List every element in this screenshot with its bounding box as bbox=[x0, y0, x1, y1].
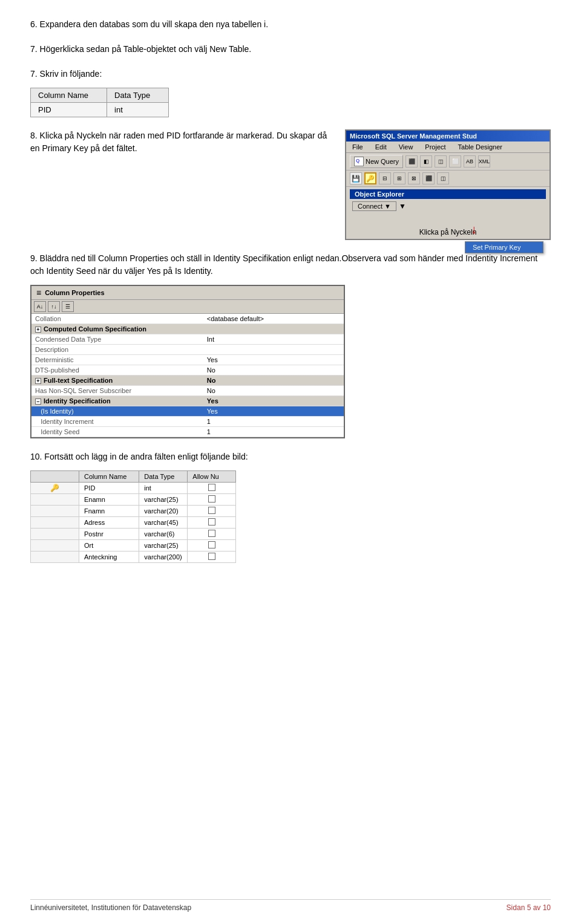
menu-table-designer[interactable]: Table Designer bbox=[456, 143, 505, 151]
is-identity-value: Yes bbox=[203, 406, 344, 417]
fnamn-col-name: Fnamn bbox=[79, 506, 139, 517]
table-row: Has Non-SQL Server Subscriber No bbox=[31, 386, 344, 396]
ort-allow-null bbox=[188, 540, 236, 551]
expand-icon[interactable]: + bbox=[35, 327, 41, 333]
cp-tb-sort-ud[interactable]: ↑↓ bbox=[48, 301, 60, 312]
table-row: Adress varchar(45) bbox=[31, 517, 236, 529]
toolbar-icon-5[interactable]: ⊟ bbox=[379, 172, 391, 184]
pid-type-cell: int bbox=[107, 103, 169, 117]
toolbar-icon-save[interactable]: 💾 bbox=[350, 172, 362, 184]
anteckning-col-name: Anteckning bbox=[79, 551, 139, 563]
ort-col-type: varchar(25) bbox=[139, 540, 188, 551]
menu-view[interactable]: View bbox=[396, 143, 416, 151]
toolbar-icon-7[interactable]: ⊠ bbox=[408, 172, 420, 184]
toolbar-icon-9[interactable]: ◫ bbox=[437, 172, 449, 184]
col-props-toolbar: A↓ ↑↓ ☰ bbox=[31, 300, 344, 314]
ort-col-name: Ort bbox=[79, 540, 139, 551]
postnr-row-icon bbox=[31, 529, 79, 540]
checkbox-unchecked bbox=[208, 507, 215, 514]
arrow-indicator: ↓ bbox=[471, 223, 477, 236]
ssms-window: Microsoft SQL Server Management Stud Fil… bbox=[345, 129, 551, 240]
table-row: Postnr varchar(6) bbox=[31, 529, 236, 540]
context-menu: Set Primary Key bbox=[465, 241, 543, 253]
menu-file[interactable]: File bbox=[350, 143, 366, 151]
enamn-allow-null bbox=[188, 494, 236, 506]
step-7-text: 7. Högerklicka sedan på Table-objektet o… bbox=[30, 43, 551, 56]
dts-published-label: DTS-published bbox=[31, 365, 203, 376]
table-row: Description bbox=[31, 345, 344, 355]
step-10-block: 10. Fortsätt och lägg in de andra fälten… bbox=[30, 451, 551, 563]
fnamn-row-icon bbox=[31, 506, 79, 517]
toolbar-icon-ab[interactable]: AB bbox=[464, 155, 476, 168]
toolbar-icon-xml[interactable]: XML bbox=[478, 155, 490, 168]
expand-icon-3[interactable]: − bbox=[35, 399, 41, 405]
step-6-text: 6. Expandera den databas som du vill ska… bbox=[30, 18, 551, 31]
checkbox-unchecked bbox=[208, 518, 215, 525]
identity-seed-value: 1 bbox=[203, 427, 344, 437]
page-footer: Linnéuniversitetet, Institutionen för Da… bbox=[30, 899, 551, 912]
menu-edit[interactable]: Edit bbox=[373, 143, 389, 151]
toolbar-icon-6[interactable]: ⊞ bbox=[393, 172, 405, 184]
toolbar-icon-4[interactable]: ⬜ bbox=[449, 155, 461, 168]
icon-col-header bbox=[31, 471, 79, 483]
footer-university: Linnéuniversitetet, Institutionen för Da… bbox=[30, 903, 191, 912]
condensed-data-type-label: Condensed Data Type bbox=[31, 334, 203, 345]
fnamn-allow-null bbox=[188, 506, 236, 517]
enamn-col-name: Enamn bbox=[79, 494, 139, 506]
toolbar-icon-key[interactable]: 🔑 bbox=[364, 172, 376, 184]
step-7b-text: 7. Skriv in följande: bbox=[30, 68, 551, 80]
data-type-header-main: Data Type bbox=[139, 471, 188, 483]
pid-row-icon: 🔑 bbox=[31, 483, 79, 494]
postnr-allow-null bbox=[188, 529, 236, 540]
step-8-block: 8. Klicka på Nyckeln när raden med PID f… bbox=[30, 129, 551, 240]
col-name-header: Column Name bbox=[31, 88, 107, 103]
pid-col-type: int bbox=[139, 483, 188, 494]
connect-button[interactable]: Connect ▼ bbox=[352, 201, 396, 211]
toolbar-icon-3[interactable]: ◫ bbox=[435, 155, 447, 168]
step-9-text: 9. Bläddra ned till Column Properties oc… bbox=[30, 252, 551, 278]
description-value bbox=[203, 345, 344, 355]
table-row: (Is Identity) Yes bbox=[31, 406, 344, 417]
deterministic-value: Yes bbox=[203, 355, 344, 365]
table-row: PID int bbox=[31, 103, 169, 117]
postnr-col-name: Postnr bbox=[79, 529, 139, 540]
table-row: Condensed Data Type Int bbox=[31, 334, 344, 345]
has-non-sql-value: No bbox=[203, 386, 344, 396]
toolbar-icon-2[interactable]: ◧ bbox=[420, 155, 432, 168]
adress-col-name: Adress bbox=[79, 517, 139, 529]
table-row: DTS-published No bbox=[31, 365, 344, 376]
ssms-connect-bar: Connect ▼ ▼ bbox=[350, 200, 546, 212]
table-row: Ort varchar(25) bbox=[31, 540, 236, 551]
description-label: Description bbox=[31, 345, 203, 355]
menu-project[interactable]: Project bbox=[422, 143, 448, 151]
adress-allow-null bbox=[188, 517, 236, 529]
ssms-titlebar: Microsoft SQL Server Management Stud bbox=[346, 131, 550, 142]
cp-tb-menu[interactable]: ☰ bbox=[62, 301, 74, 312]
anteckning-allow-null bbox=[188, 551, 236, 563]
full-text-spec-label: +Full-text Specification bbox=[31, 376, 203, 386]
column-definition-table: Column Name Data Type PID int bbox=[30, 88, 169, 117]
table-row: Anteckning varchar(200) bbox=[31, 551, 236, 563]
has-non-sql-label: Has Non-SQL Server Subscriber bbox=[31, 386, 203, 396]
ssms-panel: Object Explorer Connect ▼ ▼ Set Primary … bbox=[346, 187, 550, 223]
data-type-header: Data Type bbox=[107, 88, 169, 103]
anteckning-row-icon bbox=[31, 551, 79, 563]
column-name-header: Column Name bbox=[79, 471, 139, 483]
new-query-button[interactable]: Q New Query bbox=[350, 155, 403, 168]
expand-icon-2[interactable]: + bbox=[35, 378, 41, 384]
toolbar-icon-8[interactable]: ⬛ bbox=[422, 172, 435, 184]
set-primary-key-menu-item[interactable]: Set Primary Key bbox=[465, 242, 543, 253]
checkbox-unchecked bbox=[208, 530, 215, 537]
ssms-menubar: File Edit View Project Table Designer bbox=[346, 142, 550, 153]
new-query-label: New Query bbox=[366, 158, 399, 165]
is-identity-label: (Is Identity) bbox=[31, 406, 203, 417]
collation-label: Collation bbox=[31, 314, 203, 324]
ort-row-icon bbox=[31, 540, 79, 551]
step-8-text-col: 8. Klicka på Nyckeln när raden med PID f… bbox=[30, 129, 333, 162]
toolbar-icon-1[interactable]: ⬛ bbox=[405, 155, 418, 168]
cp-tb-sort-az[interactable]: A↓ bbox=[34, 301, 46, 312]
table-row: +Computed Column Specification bbox=[31, 324, 344, 334]
table-row: Deterministic Yes bbox=[31, 355, 344, 365]
ssms-toolbar-1: Q New Query ⬛ ◧ ◫ ⬜ bbox=[346, 153, 550, 171]
postnr-col-type: varchar(6) bbox=[139, 529, 188, 540]
